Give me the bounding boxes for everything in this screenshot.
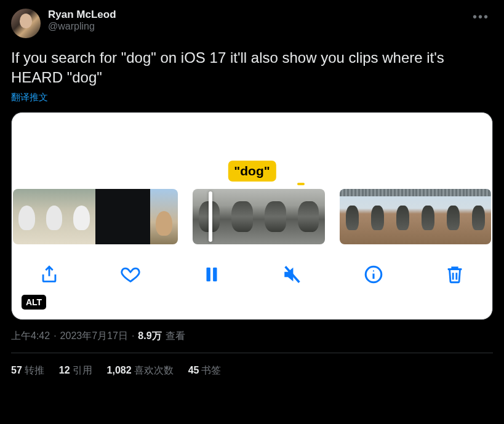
svg-rect-1 <box>213 267 217 281</box>
user-handle: @warpling <box>48 21 116 32</box>
media-attachment[interactable]: "dog" <box>11 112 493 320</box>
tweet-container: Ryan McLeod @warpling ••• If you search … <box>0 0 504 377</box>
media-inner: "dog" <box>12 113 492 319</box>
likes-stat[interactable]: 1,082喜欢次数 <box>107 364 174 377</box>
timeline-frame <box>292 189 325 244</box>
timeline-frame <box>415 189 441 244</box>
timeline-frame <box>68 189 95 244</box>
bookmarks-stat[interactable]: 45书签 <box>188 364 222 377</box>
clip-group-2[interactable] <box>193 189 325 244</box>
dot-sep: · <box>54 330 56 342</box>
tweet-time[interactable]: 上午4:42 <box>11 330 50 343</box>
timeline-frame <box>95 189 123 244</box>
timeline-frame <box>365 189 390 244</box>
timeline-frame <box>226 189 259 244</box>
author-names[interactable]: Ryan McLeod @warpling <box>48 9 116 32</box>
tweet-header: Ryan McLeod @warpling ••• <box>11 9 493 38</box>
bookmarks-label: 书签 <box>201 365 221 375</box>
video-timeline[interactable] <box>12 189 492 244</box>
likes-label: 喜欢次数 <box>134 365 174 375</box>
tweet-date[interactable]: 2023年7月17日 <box>60 330 128 343</box>
trash-icon[interactable] <box>443 263 466 286</box>
timeline-frame <box>259 189 292 244</box>
alt-badge[interactable]: ALT <box>22 295 46 310</box>
timeline-frame <box>340 189 365 244</box>
more-icon[interactable]: ••• <box>469 7 493 26</box>
timeline-frame <box>13 189 41 244</box>
pause-icon[interactable] <box>200 263 223 286</box>
svg-point-4 <box>373 270 374 271</box>
quotes-count: 12 <box>59 365 70 375</box>
tweet-meta: 上午4:42 · 2023年7月17日 · 8.9万 查看 <box>11 330 493 343</box>
bookmarks-count: 45 <box>188 365 199 375</box>
likes-count: 1,082 <box>107 365 132 375</box>
heart-icon[interactable] <box>119 263 142 286</box>
retweets-count: 57 <box>11 365 22 375</box>
media-toolbar <box>12 259 492 290</box>
clip-group-3[interactable] <box>340 189 491 244</box>
tweet-text: If you search for "dog" on iOS 17 it'll … <box>11 48 493 88</box>
mute-icon[interactable] <box>281 263 304 286</box>
timeline-frame <box>150 189 178 244</box>
display-name: Ryan McLeod <box>48 9 116 21</box>
retweets-label: 转推 <box>25 365 44 375</box>
quotes-stat[interactable]: 12引用 <box>59 364 92 377</box>
timeline-frame <box>441 189 466 244</box>
playhead[interactable] <box>209 191 212 242</box>
search-term-badge: "dog" <box>228 161 276 182</box>
timeline-frame <box>466 189 491 244</box>
clip-group-1[interactable] <box>13 189 178 244</box>
svg-rect-0 <box>206 267 210 281</box>
info-icon[interactable] <box>362 263 385 286</box>
dot-sep: · <box>132 330 134 342</box>
timeline-frame <box>122 189 150 244</box>
tweet-stats: 57转推 12引用 1,082喜欢次数 45书签 <box>11 353 493 377</box>
views-label: 查看 <box>166 330 185 343</box>
quotes-label: 引用 <box>73 365 92 375</box>
playhead-marker <box>297 183 305 185</box>
translate-link[interactable]: 翻译推文 <box>11 92 48 103</box>
share-icon[interactable] <box>38 263 61 286</box>
views-count: 8.9万 <box>138 330 161 343</box>
avatar[interactable] <box>11 9 41 38</box>
timeline-frame <box>41 189 68 244</box>
retweets-stat[interactable]: 57转推 <box>11 364 44 377</box>
timeline-frame <box>390 189 415 244</box>
